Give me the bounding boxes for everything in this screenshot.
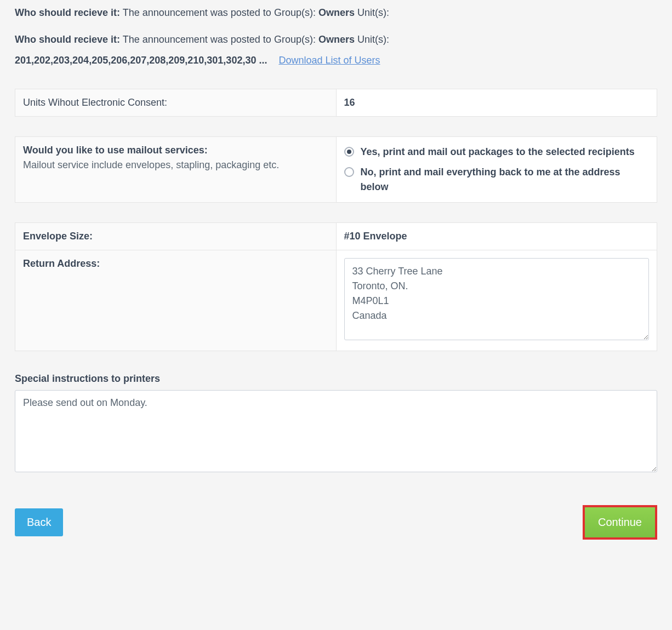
mailout-question-cell: Would you like to use mailout services: …	[15, 136, 337, 202]
who-receive-units-line: 201,202,203,204,205,206,207,208,209,210,…	[15, 52, 657, 69]
mailout-option-yes[interactable]: Yes, print and mail out packages to the …	[344, 145, 650, 159]
mailout-yes-label: Yes, print and mail out packages to the …	[361, 145, 650, 159]
who1-texta: The announcement was posted to Group(s):	[120, 7, 318, 18]
continue-highlight: Continue	[583, 505, 657, 540]
envelope-label: Envelope Size:	[23, 231, 93, 242]
consent-table: Units Wihout Electronic Consent: 16	[15, 89, 657, 117]
who2-owners: Owners	[318, 34, 355, 45]
return-address-textarea[interactable]	[344, 258, 650, 340]
continue-button[interactable]: Continue	[585, 507, 655, 537]
consent-label: Units Wihout Electronic Consent:	[23, 97, 167, 108]
instructions-textarea[interactable]	[15, 390, 657, 472]
who2-texta: The announcement was posted to Group(s):	[120, 34, 318, 45]
back-button[interactable]: Back	[15, 508, 63, 536]
mailout-options-cell: Yes, print and mail out packages to the …	[336, 136, 657, 202]
envelope-value: #10 Envelope	[344, 231, 407, 242]
who-receive-line-1: Who should recieve it: The announcement …	[15, 4, 657, 21]
radio-icon	[344, 167, 354, 177]
who-receive-line-2: Who should recieve it: The announcement …	[15, 31, 657, 48]
mailout-no-label: No, print and mail everything back to me…	[361, 165, 650, 194]
who2-textb: Unit(s):	[355, 34, 389, 45]
who-label: Who should recieve it:	[15, 7, 120, 18]
envelope-label-cell: Envelope Size:	[15, 222, 337, 250]
return-address-value-cell	[336, 250, 657, 351]
consent-value-cell: 16	[336, 89, 657, 116]
return-address-label: Return Address:	[23, 258, 100, 269]
download-list-link[interactable]: Download List of Users	[278, 55, 380, 66]
envelope-value-cell: #10 Envelope	[336, 222, 657, 250]
mailout-option-no[interactable]: No, print and mail everything back to me…	[344, 165, 650, 194]
instructions-label: Special instructions to printers	[15, 373, 657, 385]
mailout-table: Would you like to use mailout services: …	[15, 136, 657, 203]
consent-value: 16	[344, 97, 355, 108]
button-row: Back Continue	[15, 505, 657, 540]
consent-label-cell: Units Wihout Electronic Consent:	[15, 89, 337, 116]
who1-textb: Unit(s):	[355, 7, 389, 18]
units-list: 201,202,203,204,205,206,207,208,209,210,…	[15, 55, 267, 66]
who2-label: Who should recieve it:	[15, 34, 120, 45]
mailout-question: Would you like to use mailout services:	[23, 145, 328, 156]
details-table: Envelope Size: #10 Envelope Return Addre…	[15, 222, 657, 351]
return-address-label-cell: Return Address:	[15, 250, 337, 351]
mailout-sub: Mailout service include envelopes, stapl…	[23, 159, 328, 171]
who1-owners: Owners	[318, 7, 355, 18]
radio-icon	[344, 147, 354, 157]
